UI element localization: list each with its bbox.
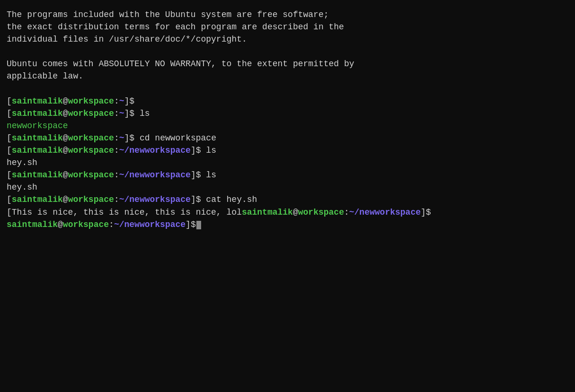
colon-2: : (114, 109, 119, 118)
prompt-path-1: ~ (119, 96, 124, 106)
intro-line-1: The programs included with the Ubuntu sy… (7, 9, 568, 21)
prompt-line-ls1: [saintmalik@workspace:~]$ ls (7, 107, 568, 120)
prompt-user-4: saintmalik (12, 146, 63, 155)
bracket-close-6: ] (191, 195, 196, 204)
bracket-open-5: [ (7, 170, 12, 180)
prompt-path-6: ~/newworkspace (119, 195, 191, 204)
prompt-user-8: saintmalik (7, 220, 58, 229)
prompt-path-2: ~ (119, 109, 124, 118)
prompt-line-cat: [saintmalik@workspace:~/newworkspace]$ c… (7, 193, 568, 206)
cmd-cd: cd newworkspace (134, 133, 216, 143)
prompt-path-5: ~/newworkspace (119, 170, 191, 180)
intro-line-2: the exact distribution terms for each pr… (7, 21, 568, 33)
warranty-line-2: applicable law. (7, 70, 568, 82)
colon-3: : (114, 133, 119, 143)
bracket-open-4: [ (7, 146, 12, 155)
at-4: @ (63, 146, 68, 155)
cmd-ls3: ls (201, 170, 216, 180)
bracket-open-6: [ (7, 195, 12, 204)
bracket-close-5: ] (191, 170, 196, 180)
bracket-close-4: ] (191, 146, 196, 155)
dollar-7: $ (426, 208, 431, 217)
output-heysh-2: hey.sh (7, 181, 568, 193)
prompt-host-2: workspace (68, 109, 114, 118)
prompt-line-ls3: [saintmalik@workspace:~/newworkspace]$ l… (7, 169, 568, 181)
dollar-5: $ (196, 170, 201, 180)
dollar-6: $ (196, 195, 201, 204)
bracket-close-8: ] (186, 220, 191, 229)
prompt-host-1: workspace (68, 96, 114, 106)
cat-output-text: [This is nice, this is nice, this is nic… (7, 208, 242, 217)
dollar-2: $ (129, 109, 134, 118)
at-3: @ (63, 133, 68, 143)
output-newworkspace: newworkspace (7, 120, 568, 132)
warranty-line-1: Ubuntu comes with ABSOLUTELY NO WARRANTY… (7, 58, 568, 70)
at-7: @ (293, 208, 298, 217)
prompt-user-1: saintmalik (12, 96, 63, 106)
prompt-line-empty: [saintmalik@workspace:~]$ (7, 95, 568, 107)
at-2: @ (63, 109, 68, 118)
output-heysh-1: hey.sh (7, 157, 568, 169)
dollar-8: $ (191, 220, 196, 229)
intro-line-3: individual files in /usr/share/doc/*/cop… (7, 33, 568, 45)
terminal-window: The programs included with the Ubuntu sy… (7, 9, 568, 231)
prompt-user-6: saintmalik (12, 195, 63, 204)
prompt-host-5: workspace (68, 170, 114, 180)
colon-7: : (344, 208, 349, 217)
prompt-line-cd: [saintmalik@workspace:~]$ cd newworkspac… (7, 132, 568, 144)
prompt-host-7: workspace (298, 208, 344, 217)
at-5: @ (63, 170, 68, 180)
blank-2 (7, 83, 568, 95)
prompt-path-7: ~/newworkspace (349, 208, 421, 217)
cmd-cat: cat hey.sh (201, 195, 257, 204)
colon-5: : (114, 170, 119, 180)
cmd-ls2: ls (201, 146, 216, 155)
bracket-open-2: [ (7, 109, 12, 118)
prompt-path-8: ~/newworkspace (114, 220, 186, 229)
colon-4: : (114, 146, 119, 155)
prompt-path-3: ~ (119, 133, 124, 143)
prompt-path-4: ~/newworkspace (119, 146, 191, 155)
cmd-ls1: ls (134, 109, 150, 118)
colon-6: : (114, 195, 119, 204)
prompt-user-5: saintmalik (12, 170, 63, 180)
bracket-close-3: ] (124, 133, 130, 143)
dollar-4: $ (196, 146, 201, 155)
prompt-host-4: workspace (68, 146, 114, 155)
prompt-host-6: workspace (68, 195, 114, 204)
bracket-close-2: ] (124, 109, 130, 118)
cursor-block (196, 221, 201, 229)
output-cat-mixed: [This is nice, this is nice, this is nic… (7, 206, 568, 218)
prompt-line-current[interactable]: saintmalik@workspace:~/newworkspace]$ (7, 218, 568, 231)
bracket-close-1: ] (124, 96, 130, 106)
at-6: @ (63, 195, 68, 204)
blank-1 (7, 45, 568, 58)
prompt-user-2: saintmalik (12, 109, 63, 118)
prompt-host-3: workspace (68, 133, 114, 143)
prompt-user-3: saintmalik (12, 133, 63, 143)
bracket-open-1: [ (7, 96, 12, 106)
prompt-user-7: saintmalik (242, 208, 293, 217)
colon-1: : (114, 96, 119, 106)
dollar-3: $ (129, 133, 134, 143)
dollar-1: $ (129, 96, 134, 106)
bracket-close-7: ] (421, 208, 426, 217)
colon-8: : (109, 220, 114, 229)
at-1: @ (63, 96, 68, 106)
at-8: @ (58, 220, 63, 229)
prompt-line-ls2: [saintmalik@workspace:~/newworkspace]$ l… (7, 144, 568, 157)
bracket-open-3: [ (7, 133, 12, 143)
prompt-host-8: workspace (63, 220, 109, 229)
